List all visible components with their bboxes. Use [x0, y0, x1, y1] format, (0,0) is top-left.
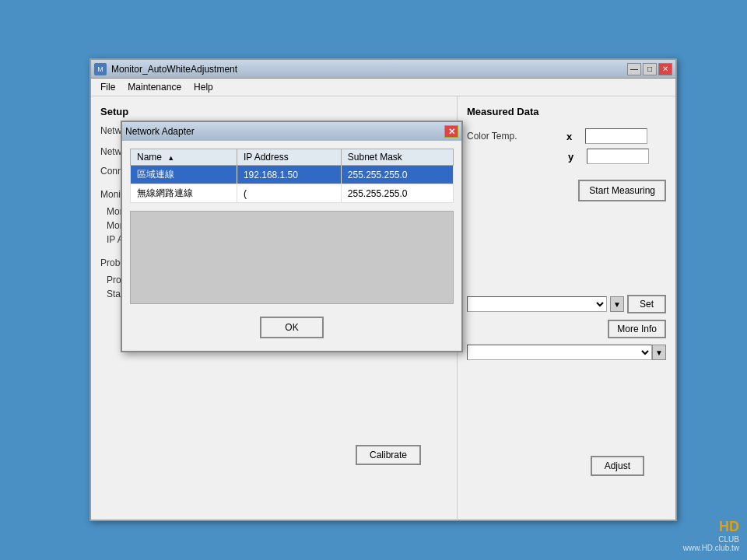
dialog-title-bar: Network Adapter ✕ [122, 122, 461, 141]
menu-file[interactable]: File [94, 80, 121, 94]
color-temp-row: Color Temp. x [467, 128, 666, 144]
dialog-content: Name ▲ IP Address Subnet Mask 區域連線 192.1… [122, 141, 461, 351]
menu-bar: File Maintenance Help [91, 79, 675, 96]
dialog-footer: OK [130, 312, 454, 343]
table-header-row: Name ▲ IP Address Subnet Mask [131, 149, 454, 166]
watermark-url: www.HD.club.tw [683, 544, 739, 552]
adapter-table: Name ▲ IP Address Subnet Mask 區域連線 192.1… [130, 149, 454, 203]
maximize-button[interactable]: □ [643, 63, 657, 75]
row2-subnet: 255.255.255.0 [341, 184, 453, 203]
watermark-logo: HD [683, 519, 739, 535]
app-icon: M [94, 63, 107, 75]
menu-help[interactable]: Help [188, 80, 219, 94]
title-bar-left: M Monitor_AutoWhiteAdjustment [94, 63, 237, 75]
color-temp-x-input[interactable] [585, 128, 647, 144]
dropdown-arrow-icon[interactable]: ▼ [610, 296, 624, 312]
row1-subnet: 255.255.255.0 [341, 166, 453, 184]
close-button[interactable]: ✕ [658, 63, 672, 75]
dialog-title: Network Adapter [125, 126, 195, 137]
calibrate-button[interactable]: Calibrate [356, 445, 421, 465]
table-row[interactable]: 區域連線 192.168.1.50 255.255.255.0 [131, 166, 454, 184]
color-temp-label: Color Temp. [467, 131, 560, 142]
adjust-button[interactable]: Adjust [591, 456, 644, 476]
window-controls: — □ ✕ [627, 63, 672, 75]
col-name: Name ▲ [131, 149, 237, 166]
probe-dropdown[interactable] [467, 296, 607, 312]
setup-title: Setup [100, 106, 447, 117]
network-adapter-dialog: Network Adapter ✕ Name ▲ IP Address Subn… [121, 121, 463, 352]
measured-data-title: Measured Data [467, 106, 666, 117]
status-dropdown-arrow-icon[interactable]: ▼ [652, 345, 666, 360]
dialog-close-button[interactable]: ✕ [444, 125, 458, 138]
right-panel: Measured Data Color Temp. x y Start Meas… [458, 96, 675, 520]
sort-arrow-icon: ▲ [167, 154, 174, 162]
row1-name: 區域連線 [131, 166, 237, 184]
status-dropdown[interactable] [467, 345, 652, 360]
y-label: y [568, 151, 580, 163]
x-label: x [566, 131, 579, 142]
col-subnet: Subnet Mask [341, 149, 453, 166]
probe-dropdown-row: ▼ Set [467, 295, 666, 313]
start-measuring-button[interactable]: Start Measuring [578, 180, 666, 201]
watermark: HD CLUB www.HD.club.tw [683, 519, 739, 552]
title-bar: M Monitor_AutoWhiteAdjustment — □ ✕ [91, 60, 675, 79]
watermark-text: CLUB [683, 535, 739, 544]
row1-ip: 192.168.1.50 [237, 166, 341, 184]
y-row: y [568, 149, 666, 164]
ok-button[interactable]: OK [260, 317, 323, 338]
window-title: Monitor_AutoWhiteAdjustment [111, 64, 237, 75]
menu-maintenance[interactable]: Maintenance [121, 80, 188, 94]
col-ip: IP Address [237, 149, 341, 166]
set-button[interactable]: Set [627, 295, 666, 313]
empty-list-area [130, 211, 454, 304]
color-temp-y-input[interactable] [587, 149, 649, 164]
row2-name: 無線網路連線 [131, 184, 237, 203]
table-row[interactable]: 無線網路連線 ( 255.255.255.0 [131, 184, 454, 203]
more-info-button[interactable]: More Info [608, 320, 666, 338]
row2-ip: ( [237, 184, 341, 203]
minimize-button[interactable]: — [627, 63, 641, 75]
